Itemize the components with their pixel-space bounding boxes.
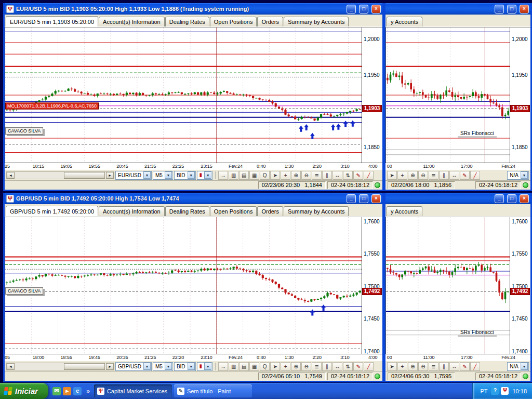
side-select[interactable]: BID▼ bbox=[174, 362, 196, 371]
symbol-select[interactable]: GBP/USD▼ bbox=[115, 362, 152, 371]
zoom-in-icon[interactable]: ⊕ bbox=[291, 362, 301, 371]
candles-plot[interactable]: SRs Fibonacci bbox=[385, 217, 510, 354]
side-select[interactable]: BID▼ bbox=[174, 171, 196, 180]
media-player-icon[interactable]: ▸ bbox=[63, 387, 71, 395]
tab-open-positions[interactable]: Open Positions bbox=[210, 206, 257, 216]
scroll-thumb[interactable] bbox=[64, 363, 105, 370]
vgrid-icon[interactable]: ▥ bbox=[229, 362, 238, 371]
chart-scrollbar[interactable]: ◄ ► bbox=[6, 363, 114, 370]
indicator-icon[interactable]: ≣ bbox=[312, 362, 322, 371]
draw-icon[interactable]: ✎ bbox=[460, 362, 470, 371]
tab-orders[interactable]: Orders bbox=[257, 206, 283, 216]
scroll-right-button[interactable]: ► bbox=[106, 363, 114, 370]
full-grid-icon[interactable]: ▦ bbox=[249, 362, 259, 371]
period-select[interactable]: M5▼ bbox=[153, 171, 173, 180]
window-gbpusd-hourly[interactable]: _ □ × y Accounts SRs Fibonacci 1,76001,7… bbox=[384, 193, 532, 382]
close-button[interactable]: × bbox=[520, 5, 529, 14]
zoom-out-icon[interactable]: ⊖ bbox=[418, 171, 428, 180]
maximize-button[interactable]: □ bbox=[507, 194, 516, 203]
maximize-button[interactable]: □ bbox=[359, 5, 368, 14]
quotes-icon[interactable]: Q bbox=[260, 362, 270, 371]
pan-right-icon[interactable]: → bbox=[218, 362, 228, 371]
trendline-icon[interactable]: ╱ bbox=[364, 362, 374, 371]
fit-width-icon[interactable]: ↔ bbox=[332, 171, 342, 180]
language-indicator[interactable]: PT bbox=[480, 388, 487, 394]
compare-icon[interactable]: ∥ bbox=[322, 362, 332, 371]
quick-launch-overflow-chevron[interactable]: » bbox=[84, 388, 92, 395]
zoom-out-icon[interactable]: ⊖ bbox=[301, 171, 311, 180]
candles-plot[interactable]: SRs Fibonacci bbox=[385, 28, 510, 163]
candles-plot[interactable]: MO,1700071,0,2B,1,1906,P/L-0,6,AC,7650CA… bbox=[5, 28, 362, 163]
draw-icon[interactable]: ✎ bbox=[353, 362, 363, 371]
compare-icon[interactable]: ∥ bbox=[322, 171, 332, 180]
scroll-thumb[interactable] bbox=[64, 172, 105, 179]
pointer-icon[interactable]: ➤ bbox=[387, 171, 397, 180]
taskbar-button-paint[interactable]: ✎ Sem título - Paint bbox=[174, 384, 252, 397]
titlebar[interactable]: _ □ × bbox=[385, 3, 530, 15]
maximize-button[interactable]: □ bbox=[359, 194, 368, 203]
draw-icon[interactable]: ✎ bbox=[353, 171, 363, 180]
dropdown-arrow-icon[interactable]: ▼ bbox=[188, 363, 195, 370]
titlebar[interactable]: Ψ EUR/USD 5 min BID 1,1903 05:20:00 High… bbox=[5, 3, 382, 15]
vt-tray-icon[interactable]: Ψ bbox=[501, 387, 509, 395]
crosshair-icon[interactable]: + bbox=[281, 362, 290, 371]
close-button[interactable]: × bbox=[520, 194, 529, 203]
dropdown-arrow-icon[interactable]: ▼ bbox=[204, 363, 211, 370]
scroll-track[interactable] bbox=[15, 172, 106, 179]
chart-type-select[interactable]: ▮▼ bbox=[197, 171, 213, 180]
tab-account-s-information[interactable]: Account(s) Information bbox=[99, 206, 165, 216]
dropdown-arrow-icon[interactable]: ▼ bbox=[165, 363, 172, 370]
tab-orders[interactable]: Orders bbox=[257, 17, 283, 26]
pointer-icon[interactable]: ➤ bbox=[387, 362, 397, 371]
window-eurusd-hourly[interactable]: _ □ × y Accounts SRs Fibonacci 1,20001,1… bbox=[384, 3, 532, 191]
chart-type-select[interactable]: ▮▼ bbox=[197, 362, 213, 371]
indicator-icon[interactable]: ≣ bbox=[429, 362, 438, 371]
zoom-out-icon[interactable]: ⊖ bbox=[418, 362, 428, 371]
tab-dealing-rates[interactable]: Dealing Rates bbox=[165, 206, 209, 216]
dropdown-arrow-icon[interactable]: ▼ bbox=[204, 171, 211, 179]
titlebar[interactable]: _ □ × bbox=[385, 193, 530, 204]
zoom-out-icon[interactable]: ⊖ bbox=[301, 362, 311, 371]
window-eurusd-chart[interactable]: Ψ EUR/USD 5 min BID 1,1903 05:20:00 High… bbox=[3, 3, 384, 191]
minimize-button[interactable]: _ bbox=[495, 5, 504, 14]
zoom-in-icon[interactable]: ⊕ bbox=[408, 171, 418, 180]
pointer-icon[interactable]: ➤ bbox=[270, 171, 280, 180]
scroll-left-button[interactable]: ◄ bbox=[7, 172, 15, 179]
hgrid-icon[interactable]: ▤ bbox=[239, 362, 249, 371]
minimize-button[interactable]: _ bbox=[495, 194, 504, 203]
dropdown-arrow-icon[interactable]: ▼ bbox=[143, 363, 151, 370]
pointer-icon[interactable]: ➤ bbox=[270, 362, 280, 371]
crosshair-icon[interactable]: + bbox=[281, 171, 290, 180]
symbol-select[interactable]: EUR/USD▼ bbox=[115, 171, 152, 180]
tab-y-accounts[interactable]: y Accounts bbox=[387, 17, 422, 26]
zoom-in-icon[interactable]: ⊕ bbox=[291, 171, 301, 180]
dropdown-arrow-icon[interactable]: ▼ bbox=[165, 171, 172, 179]
messenger-icon[interactable]: ✉ bbox=[52, 387, 61, 395]
tab-summary-by-accounts[interactable]: Summary by Accounts bbox=[284, 206, 349, 216]
trendline-icon[interactable]: ╱ bbox=[470, 171, 480, 180]
hgrid-icon[interactable]: ▤ bbox=[239, 171, 249, 180]
compare-icon[interactable]: ∥ bbox=[439, 362, 449, 371]
scroll-track[interactable] bbox=[15, 363, 106, 370]
update-tray-icon[interactable]: ? bbox=[491, 387, 499, 395]
pan-right-icon[interactable]: → bbox=[218, 171, 228, 180]
full-grid-icon[interactable]: ▦ bbox=[249, 171, 259, 180]
dropdown-arrow-icon[interactable]: ▼ bbox=[188, 171, 195, 179]
fit-height-icon[interactable]: ⇅ bbox=[343, 171, 353, 180]
window-gbpusd-chart[interactable]: Ψ GBP/USD 5 min BID 1,7492 05:20:00 High… bbox=[3, 193, 384, 382]
zoom-in-icon[interactable]: ⊕ bbox=[408, 362, 418, 371]
candles-plot[interactable]: CAVACO SILVA bbox=[5, 217, 362, 354]
feed-select[interactable]: N/A▼ bbox=[507, 171, 529, 180]
indicator-icon[interactable]: ≣ bbox=[312, 171, 322, 180]
ie-icon[interactable]: e bbox=[73, 387, 82, 395]
close-button[interactable]: × bbox=[371, 5, 381, 14]
tab-account-s-information[interactable]: Account(s) Information bbox=[99, 17, 165, 26]
tab-y-accounts[interactable]: y Accounts bbox=[387, 206, 422, 216]
taskbar-clock[interactable]: 10:18 bbox=[512, 388, 527, 394]
chart-scrollbar[interactable]: ◄ ► bbox=[6, 171, 114, 179]
dropdown-arrow-icon[interactable]: ▼ bbox=[521, 363, 528, 370]
fit-width-icon[interactable]: ↔ bbox=[332, 362, 342, 371]
quotes-icon[interactable]: Q bbox=[260, 171, 270, 180]
indicator-icon[interactable]: ≣ bbox=[429, 171, 438, 180]
minimize-button[interactable]: _ bbox=[347, 194, 356, 203]
